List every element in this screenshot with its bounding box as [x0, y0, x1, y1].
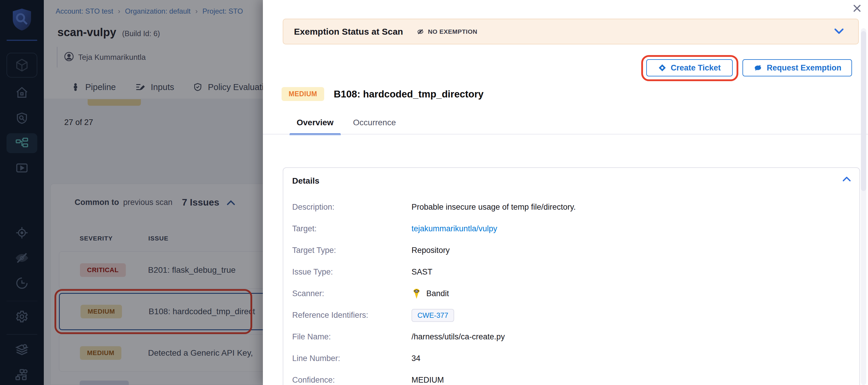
field-label: Line Number:: [292, 354, 340, 363]
severity-badge-medium: MEDIUM: [282, 87, 324, 101]
field-label: Issue Type:: [292, 267, 333, 276]
tab-overview[interactable]: Overview: [297, 118, 334, 135]
request-exemption-button[interactable]: Request Exemption: [742, 59, 852, 77]
detail-field-row: Line Number:34: [292, 348, 849, 369]
ticket-diamond-icon: [658, 64, 666, 72]
field-value: Probable insecure usage of temp file/dir…: [411, 203, 576, 212]
detail-field-row: Scanner:Bandit: [292, 283, 849, 304]
cwe-reference-chip[interactable]: CWE-377: [411, 309, 454, 322]
detail-field-row: Confidence:MEDIUM: [292, 369, 849, 385]
field-value: /harness/utils/ca-create.py: [411, 332, 505, 342]
scrollbar-thumb[interactable]: [861, 31, 866, 191]
scanner-name: Bandit: [426, 289, 449, 298]
field-label: Scanner:: [292, 289, 324, 298]
exemption-banner-title: Exemption Status at Scan: [294, 27, 403, 37]
chevron-up-icon[interactable]: [842, 176, 851, 183]
drawer-scrim[interactable]: [0, 0, 263, 385]
details-heading: Details: [292, 176, 319, 186]
detail-field-row: Issue Type:SAST: [292, 261, 849, 283]
field-label: Confidence:: [292, 376, 335, 385]
eye-off-icon: [416, 28, 425, 35]
field-value: Bandit: [411, 288, 449, 299]
create-ticket-button[interactable]: Create Ticket: [646, 59, 733, 77]
tab-occurrence[interactable]: Occurrence: [353, 118, 396, 135]
field-label: Reference Identifiers:: [292, 311, 368, 320]
target-link[interactable]: tejakummarikuntla/vulpy: [411, 224, 497, 233]
no-exemption-badge: NO EXEMPTION: [416, 28, 477, 35]
field-value: CWE-377: [411, 309, 454, 322]
details-fields: Description:Probable insecure usage of t…: [292, 196, 849, 385]
eye-off-icon: [753, 64, 763, 72]
issue-detail-tabs: Overview Occurrence: [297, 118, 396, 135]
field-value: 34: [411, 354, 421, 363]
exemption-status-banner: Exemption Status at Scan NO EXEMPTION: [283, 19, 859, 45]
field-value: SAST: [411, 267, 433, 276]
detail-field-row: Description:Probable insecure usage of t…: [292, 196, 849, 218]
detail-field-row: Reference Identifiers:CWE-377: [292, 304, 849, 326]
detail-field-row: Target:tejakummarikuntla/vulpy: [292, 218, 849, 240]
detail-field-row: Target Type:Repository: [292, 240, 849, 261]
issue-title: B108: hardcoded_tmp_directory: [334, 89, 484, 100]
detail-field-row: File Name:/harness/utils/ca-create.py: [292, 326, 849, 348]
field-label: Target Type:: [292, 246, 336, 255]
close-icon[interactable]: [850, 2, 864, 15]
field-value: MEDIUM: [411, 376, 444, 385]
issue-detail-drawer: Exemption Status at Scan NO EXEMPTION Cr…: [263, 0, 868, 385]
field-value: Repository: [411, 246, 450, 255]
bandit-scanner-icon: [411, 288, 422, 299]
app-root: Account: STO test › Organization: defaul…: [0, 0, 868, 385]
chevron-down-icon[interactable]: [834, 28, 844, 36]
scrollbar-track: [861, 28, 866, 385]
field-label: Target:: [292, 224, 317, 233]
divider: [263, 134, 868, 135]
field-label: Description:: [292, 203, 335, 212]
details-card: Details Description:Probable insecure us…: [283, 167, 860, 385]
field-label: File Name:: [292, 332, 331, 342]
